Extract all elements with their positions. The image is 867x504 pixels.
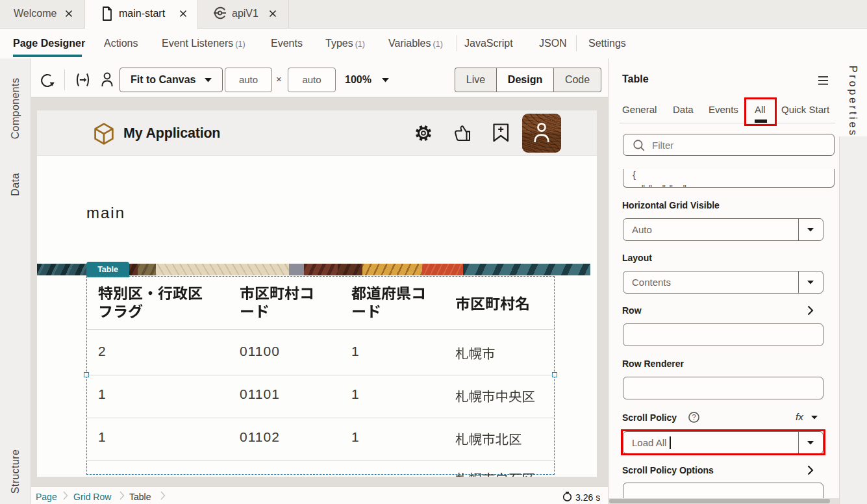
svg-text:?: ?: [692, 413, 696, 421]
